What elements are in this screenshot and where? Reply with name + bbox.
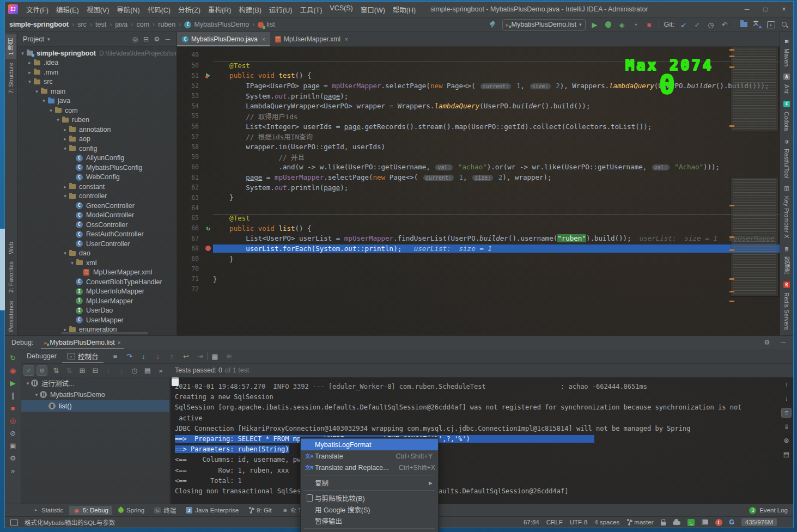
test-tree-item[interactable]: ▾运行测试...	[21, 377, 169, 389]
menu-item[interactable]: 文件(F)	[22, 2, 52, 17]
tree-arrow-icon[interactable]: ▾	[48, 108, 54, 113]
tree-item[interactable]: CAliyunConfig	[17, 154, 177, 163]
tree-item[interactable]: ▾dao	[17, 249, 177, 259]
toolwindow-button-statistic[interactable]: ◔Statistic	[28, 506, 67, 515]
code-line[interactable]: 65 @Test	[177, 213, 780, 223]
collapse-all-icon[interactable]: ⊟	[91, 366, 100, 375]
breadcrumb-item[interactable]: MybatisPlusDemo	[194, 21, 249, 28]
ignore-icon[interactable]: ⊘	[36, 365, 47, 376]
code-line[interactable]: 71}	[177, 274, 780, 284]
code-minimap[interactable]	[731, 47, 778, 131]
menu-item[interactable]: 编辑(E)	[52, 2, 83, 17]
menu-item[interactable]: 分析(Z)	[174, 2, 204, 17]
tree-item[interactable]: ▾main	[17, 87, 177, 96]
breakpoint-icon[interactable]	[205, 246, 211, 251]
tab-console[interactable]: ▸控制台	[62, 350, 104, 363]
tree-item[interactable]: ▾ruben	[17, 115, 177, 125]
code-line[interactable]: 63 }	[177, 193, 780, 203]
error-status-icon[interactable]: !	[715, 519, 722, 526]
debug-settings-icon[interactable]: ⚙	[762, 339, 772, 346]
code-line[interactable]: 67 List<UserPO> userList = mpUserMapper.…	[177, 233, 780, 243]
tree-arrow-icon[interactable]: ▾	[69, 260, 75, 266]
console-line[interactable]: Creating a new SqlSession	[175, 392, 793, 402]
print-icon[interactable]: ▤	[782, 450, 791, 458]
editor-body[interactable]: 4950 @Test51 public void test() {52 IPag…	[177, 47, 780, 335]
tree-arrow-icon[interactable]: ▾	[62, 250, 68, 256]
tree-item[interactable]: IMpUserInfoMapper	[17, 287, 177, 297]
tree-arrow-icon[interactable]: ▸	[27, 70, 33, 75]
sync-icon[interactable]	[673, 519, 680, 525]
tree-arrow-icon[interactable]: ▾	[55, 117, 61, 123]
run-config-selector[interactable]: ▸ MybatisPlusDemo.list ▾	[502, 19, 586, 30]
line-ending[interactable]: CRLF	[546, 519, 563, 525]
tree-arrow-icon[interactable]: ▾	[62, 146, 68, 151]
git-commit-button[interactable]: ✓	[693, 20, 702, 29]
menu-item[interactable]: VCS(S)	[326, 2, 356, 17]
tree-item[interactable]: COssController	[17, 220, 177, 230]
console-line[interactable]: Closing non transactional SqlSession [or…	[175, 486, 793, 497]
tree-arrow-icon[interactable]: ▸	[62, 184, 68, 189]
tree-item[interactable]: ▸.idea	[17, 58, 177, 68]
tree-item[interactable]: ▸constant	[17, 182, 177, 192]
code-line[interactable]: 61 page = mpUserMapper.selectPage(new Pa…	[177, 172, 780, 182]
context-menu-item[interactable]: 文ATranslateCtrl+Shift+Y	[301, 450, 438, 462]
tree-arrow-icon[interactable]: ▾	[27, 79, 33, 84]
menu-item[interactable]: 导航(N)	[113, 2, 143, 17]
restore-layout-button[interactable]: »	[9, 466, 17, 475]
code-line[interactable]: 64	[177, 203, 780, 213]
code-line[interactable]: 60 .and(w -> w.like(UserPO::getUsername,…	[177, 162, 780, 173]
test-tree-item[interactable]: list()	[21, 400, 169, 412]
tree-item[interactable]: CUserController	[17, 239, 177, 249]
context-menu-item[interactable]: 用 Google 搜索(S)	[301, 504, 438, 515]
collapse-all-icon[interactable]: ⊟	[141, 35, 151, 43]
code-line[interactable]: 55 // 取得用户ids	[177, 111, 780, 121]
hide-passed-icon[interactable]: ✓	[23, 365, 34, 376]
toolwindow-button-java-enterprise[interactable]: JJava Enterprise	[182, 506, 242, 515]
git-rollback-button[interactable]: ↶	[720, 20, 729, 29]
menu-item[interactable]: 工具(T)	[296, 2, 326, 17]
close-icon[interactable]: ×	[118, 340, 121, 346]
debug-button[interactable]	[604, 20, 613, 29]
breadcrumb-item[interactable]: ruben	[158, 21, 175, 28]
code-line[interactable]: 53 System.out.println(page);	[177, 91, 780, 101]
breadcrumb-item[interactable]: simple-springboot	[9, 21, 69, 28]
editor-tab[interactable]: CMybatisPlusDemo.java×	[177, 32, 270, 46]
console-line[interactable]: active	[175, 413, 793, 424]
debug-session-tab[interactable]: ▸ MybatisPlusDemo.list ×	[41, 336, 124, 349]
readonly-icon[interactable]	[661, 519, 666, 525]
sidebar-item-persistence[interactable]: Persistence	[7, 297, 15, 335]
menu-item[interactable]: 帮助(H)	[389, 2, 419, 17]
coverage-button[interactable]: ◈	[618, 20, 626, 29]
toolwindow-button-spring[interactable]: Spring	[114, 506, 148, 515]
stop-button[interactable]: ■	[645, 20, 654, 29]
hide-panel-icon[interactable]: ─	[162, 35, 173, 43]
console-line[interactable]: <== Columns: id, username, pwd	[175, 455, 793, 465]
code-minimap-lower[interactable]	[731, 178, 778, 296]
context-menu-item[interactable]: MybatisLogFormat	[301, 439, 438, 450]
console-line[interactable]: 2021-02-01 19:48:57.270 INFO 3392 --- [e…	[175, 382, 793, 392]
tree-item[interactable]: ▾controller	[17, 192, 177, 201]
menu-item[interactable]: 重构(R)	[204, 2, 235, 17]
editor-tab[interactable]: MpUserMapper.xml×	[270, 32, 353, 46]
sidebar-item-redis-servers[interactable]: Redis Servers	[782, 289, 791, 334]
pause-button[interactable]: ∥	[9, 391, 17, 400]
export-icon[interactable]: ▤	[143, 366, 152, 375]
sidebar-item-web[interactable]: Web	[7, 238, 15, 258]
tree-item[interactable]: ▾java	[17, 96, 177, 106]
scroll-up-icon[interactable]: ↑	[782, 381, 791, 389]
expand-all-icon[interactable]: ⊞	[78, 366, 87, 375]
toolwindow-button-9-git[interactable]: 9: Git	[245, 506, 275, 515]
tree-arrow-icon[interactable]: ▾	[33, 392, 40, 398]
context-menu-item[interactable]: 复制▶	[301, 477, 438, 488]
changes-icon[interactable]	[739, 20, 748, 29]
plugin-status-icon[interactable]	[702, 519, 708, 525]
settings-button[interactable]: ⚙	[9, 454, 17, 462]
trace-settings-icon[interactable]: ≋	[224, 352, 233, 360]
code-line[interactable]: 72	[177, 284, 780, 295]
google-status-icon[interactable]: G	[729, 518, 734, 526]
tree-item[interactable]: ▾xml	[17, 258, 177, 268]
more-icon[interactable]: »	[156, 366, 165, 375]
force-step-into-icon[interactable]: ↓	[153, 352, 162, 360]
tree-item[interactable]: CGreenController	[17, 201, 177, 211]
tree-item[interactable]: ▾config	[17, 144, 177, 154]
